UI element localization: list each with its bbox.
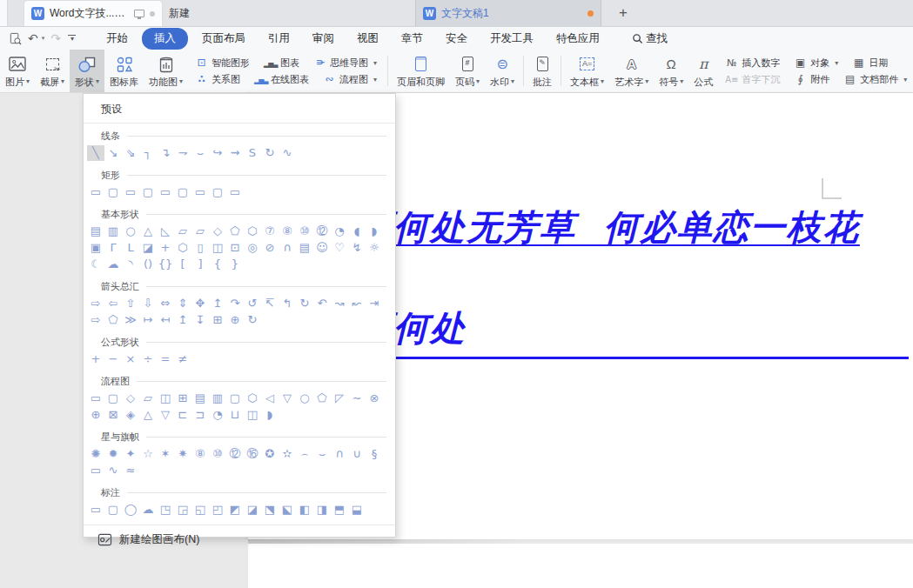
shape-cell[interactable]: ⑩ <box>296 224 313 239</box>
shape-cell[interactable]: ◨ <box>313 502 331 518</box>
shape-cell[interactable]: ⊡ <box>226 240 244 256</box>
shape-cell[interactable]: ↥ <box>209 296 226 311</box>
shape-cell[interactable]: ▢ <box>174 184 191 200</box>
shape-cell[interactable]: ◇ <box>209 224 226 239</box>
undo-dropdown-icon[interactable]: ▾ <box>42 35 45 42</box>
shape-cell[interactable]: ⇝ <box>226 145 244 161</box>
shape-cell[interactable]: ⬡ <box>244 224 261 239</box>
shape-cell[interactable]: ≫ <box>122 312 139 328</box>
shape-cell[interactable]: ⊐ <box>191 407 209 423</box>
shape-cell[interactable]: ▥ <box>104 224 122 239</box>
shape-cell[interactable]: ⌢ <box>296 446 313 462</box>
shape-cell[interactable]: ▭ <box>87 184 104 200</box>
shape-cell[interactable]: ☾ <box>87 257 104 272</box>
shape-cell[interactable]: ▤ <box>87 224 104 239</box>
shape-cell[interactable]: ▽ <box>279 391 296 406</box>
shape-cell[interactable]: × <box>122 351 139 367</box>
shape-cell[interactable]: ⬠ <box>226 224 244 239</box>
shape-cell[interactable]: ▭ <box>191 184 209 200</box>
shape-cell[interactable]: ▭ <box>122 184 139 200</box>
shape-cell[interactable]: ⊕ <box>226 312 244 328</box>
shape-cell[interactable]: ○ <box>296 391 313 406</box>
shape-cell[interactable]: ▭ <box>87 502 104 518</box>
shape-cell[interactable]: ↻ <box>261 145 279 161</box>
shape-cell[interactable]: ⊠ <box>104 407 122 423</box>
menu-tab-dev-tools[interactable]: 开发工具 <box>479 28 545 50</box>
screenshot-button[interactable]: 截屏 <box>35 50 70 92</box>
shape-cell[interactable]: ◯ <box>122 502 139 518</box>
shape-cell[interactable]: ✹ <box>104 446 122 462</box>
shape-cell[interactable]: ✫ <box>279 446 296 462</box>
shape-cell[interactable]: ⇨ <box>87 296 104 311</box>
mind-map-button[interactable]: 思维导图 <box>313 57 377 70</box>
shape-cell[interactable]: ⑯ <box>244 446 261 462</box>
shape-cell[interactable]: ⊞ <box>209 312 226 328</box>
chart-button[interactable]: 图表 <box>264 57 299 70</box>
shape-cell[interactable]: ⇥ <box>366 296 383 311</box>
shape-cell[interactable]: ▢ <box>226 391 244 406</box>
shape-cell[interactable]: ⇧ <box>122 296 139 311</box>
shape-cell[interactable]: § <box>366 446 383 462</box>
shape-cell[interactable]: ▱ <box>191 224 209 239</box>
shape-cell[interactable]: ▭ <box>157 184 174 200</box>
shape-cell[interactable]: ⬡ <box>244 391 261 406</box>
shape-cell[interactable]: ◳ <box>157 502 174 518</box>
shape-cell[interactable]: ↴ <box>157 145 174 161</box>
shape-cell[interactable]: ∩ <box>331 446 348 462</box>
shape-cell[interactable]: ⊘ <box>261 240 279 256</box>
page-number-button[interactable]: 页码 <box>450 50 485 92</box>
shape-cell[interactable]: ┐ <box>139 145 157 161</box>
shape-cell[interactable]: ∩ <box>279 240 296 256</box>
shape-cell[interactable]: ⌣ <box>313 446 331 462</box>
shape-cell[interactable]: ◩ <box>226 502 244 518</box>
shape-cell[interactable]: ↶ <box>313 296 331 311</box>
shape-cell[interactable]: ✥ <box>191 296 209 311</box>
shape-cell[interactable]: ↰ <box>279 296 296 311</box>
shape-cell[interactable]: ▢ <box>209 184 226 200</box>
shape-cell[interactable]: ⑫ <box>313 224 331 239</box>
shape-cell[interactable]: ▢ <box>104 502 122 518</box>
shape-cell[interactable]: ⑦ <box>261 224 279 239</box>
shape-cell[interactable]: ↺ <box>244 296 261 311</box>
shape-cell[interactable]: ⊞ <box>174 391 191 406</box>
shape-cell[interactable]: ▣ <box>87 240 104 256</box>
shape-cell[interactable]: △ <box>139 407 157 423</box>
tab-new-document[interactable]: 新建 <box>162 0 216 26</box>
shape-cell[interactable]: ▭ <box>226 184 244 200</box>
shape-cell[interactable]: ◇ <box>122 391 139 406</box>
shape-cell[interactable]: ⊔ <box>226 407 244 423</box>
shape-cell[interactable]: ∼ <box>348 391 366 406</box>
shape-cell[interactable]: ╲ <box>87 145 104 161</box>
shape-cell[interactable]: △ <box>139 224 157 239</box>
shape-cell[interactable]: ♡ <box>331 240 348 256</box>
shape-cell[interactable]: ⇘ <box>122 145 139 161</box>
shape-cell[interactable]: ⇔ <box>157 296 174 311</box>
shape-cell[interactable]: ⑫ <box>226 446 244 462</box>
shape-cell[interactable]: ✷ <box>174 446 191 462</box>
formula-button[interactable]: 公式 <box>688 50 718 92</box>
shape-cell[interactable]: ◔ <box>209 407 226 423</box>
shape-cell[interactable]: {} <box>157 257 174 272</box>
shape-cell[interactable]: ↸ <box>261 296 279 311</box>
object-button[interactable]: 对象 <box>794 57 838 70</box>
flowchart-button[interactable]: 流程图 <box>323 73 377 86</box>
menu-tab-page-layout[interactable]: 页面布局 <box>191 28 257 50</box>
shape-cell[interactable]: ∪ <box>348 446 366 462</box>
shape-cell[interactable]: ↧ <box>191 312 209 328</box>
shape-cell[interactable]: ↥ <box>174 312 191 328</box>
shape-cell[interactable]: ⬠ <box>104 312 122 328</box>
shape-cell[interactable]: ⌣ <box>191 145 209 161</box>
shape-cell[interactable]: ◱ <box>191 502 209 518</box>
shape-cell[interactable]: S <box>244 145 261 161</box>
shape-cell[interactable]: { <box>209 257 226 272</box>
shape-cell[interactable]: ⬕ <box>279 502 296 518</box>
shape-cell[interactable]: ⬒ <box>331 502 348 518</box>
shape-cell[interactable]: ↯ <box>348 240 366 256</box>
comment-button[interactable]: 批注 <box>527 50 557 92</box>
undo-icon[interactable] <box>28 30 38 46</box>
shape-cell[interactable]: ↤ <box>157 312 174 328</box>
shape-cell[interactable]: ▢ <box>139 184 157 200</box>
shape-cell[interactable]: ☼ <box>366 240 383 256</box>
shape-cell[interactable]: ⬡ <box>174 240 191 256</box>
find-button[interactable]: 查找 <box>632 31 668 46</box>
